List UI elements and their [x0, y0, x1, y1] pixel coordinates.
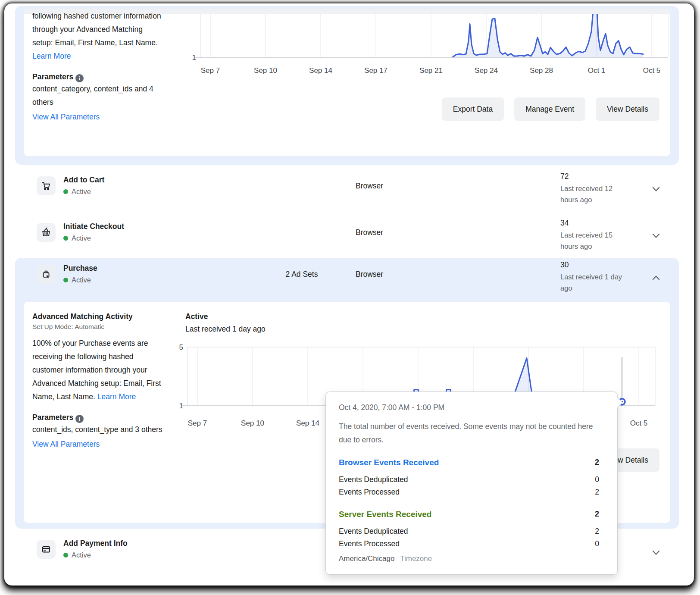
metric-value: 0 [595, 538, 599, 550]
connection-method: Browser [356, 228, 383, 237]
tooltip-row: Events Deduplicated 2 [339, 525, 599, 538]
advanced-matching-description: following hashed customer information th… [32, 12, 161, 47]
active-dot [63, 278, 68, 282]
event-name: Add to Cart [63, 175, 104, 185]
event-count: 30 [560, 260, 625, 270]
chevron-down-icon[interactable] [652, 187, 660, 192]
event-stats: 72 Last received 12 hours ago [560, 172, 625, 205]
event-stats: 34 Last received 15 hours ago [560, 219, 625, 252]
event-row-purchase[interactable]: Purchase Active 2 Ad Sets Browser 30 Las… [15, 259, 679, 298]
timezone-row: America/Chicago Timezone [339, 554, 432, 563]
server-events-received-value: 2 [595, 510, 599, 519]
active-dot [63, 553, 68, 557]
parameters-label: Parameters [32, 72, 73, 81]
svg-text:Sep 24: Sep 24 [475, 66, 498, 75]
event-row-add-to-cart[interactable]: Add to Cart Active Browser 72 Last recei… [15, 170, 679, 210]
advanced-matching-description: 100% of your Purchase events are receivi… [32, 339, 161, 401]
shopping-bag-icon [37, 265, 56, 284]
chart-header: Active Last received 1 day ago [185, 312, 266, 334]
view-details-button[interactable]: View Details [596, 97, 659, 121]
svg-text:Sep 21: Sep 21 [419, 66, 443, 75]
event-status: Active [63, 234, 91, 242]
svg-text:Oct 1: Oct 1 [588, 66, 606, 75]
metric-value: 2 [595, 525, 599, 538]
export-data-button[interactable]: Export Data [442, 97, 504, 121]
chart-status-sub: Last received 1 day ago [185, 325, 266, 334]
view-all-parameters-link[interactable]: View All Parameters [32, 440, 164, 449]
svg-text:Sep 17: Sep 17 [364, 66, 388, 75]
status-label: Active [72, 551, 91, 559]
tooltip-description: The total number of events received. Som… [339, 420, 593, 447]
last-received: Last received 1 day ago [560, 271, 625, 294]
cart-icon [37, 176, 56, 195]
svg-text:Sep 7: Sep 7 [188, 419, 207, 427]
browser-events-received-value: 2 [595, 458, 599, 467]
credit-card-icon [37, 540, 56, 559]
chevron-down-icon[interactable] [652, 550, 660, 555]
event-actions: Export Data Manage Event View Details [442, 97, 659, 121]
event-status: Active [63, 276, 91, 284]
manage-event-button[interactable]: Manage Event [514, 97, 585, 121]
parameters-label: Parameters [32, 413, 73, 422]
advanced-matching-activity-block: Advanced Matching Activity Set Up Mode: … [32, 312, 164, 449]
svg-text:1: 1 [192, 53, 196, 62]
svg-text:Sep 14: Sep 14 [309, 66, 332, 75]
svg-text:Sep 28: Sep 28 [530, 66, 553, 75]
tooltip-row: Events Deduplicated 0 [339, 473, 599, 486]
metric-value: 0 [595, 473, 599, 486]
browser-events-received-title: Browser Events Received [339, 458, 439, 467]
svg-text:5: 5 [179, 343, 183, 351]
timezone-label: Timezone [400, 554, 432, 563]
status-label: Active [72, 188, 91, 196]
last-received: Last received 12 hours ago [560, 183, 625, 205]
server-events-received-title: Server Events Received [339, 510, 431, 519]
event-status: Active [63, 551, 91, 559]
expanded-event-panel-top: following hashed customer information th… [15, 6, 679, 165]
connection-method: Browser [356, 182, 383, 191]
event-row-initiate-checkout[interactable]: Initiate Checkout Active Browser 34 Last… [15, 217, 679, 257]
parameters-value: content_category, content_ids and 4 othe… [32, 82, 164, 109]
learn-more-link[interactable]: Learn More [32, 52, 71, 60]
events-manager-window: following hashed customer information th… [4, 3, 694, 586]
event-name: Initiate Checkout [63, 222, 124, 231]
active-dot [63, 189, 68, 194]
metric-value: 2 [595, 486, 599, 498]
svg-text:Sep 14: Sep 14 [296, 419, 319, 427]
amm-title: Advanced Matching Activity [32, 312, 164, 321]
learn-more-link[interactable]: Learn More [97, 392, 136, 401]
events-line-chart-top: Sep 7Sep 10Sep 14Sep 17Sep 21Sep 24Sep 2… [183, 9, 670, 79]
metric-label: Events Deduplicated [339, 525, 408, 538]
chart-status-title: Active [185, 312, 266, 321]
setup-mode: Set Up Mode: Automatic [32, 323, 164, 331]
advanced-matching-text-top: following hashed customer information th… [32, 9, 164, 122]
event-name: Add Payment Info [63, 539, 128, 548]
info-icon[interactable]: i [75, 74, 84, 82]
tooltip-row: Events Processed 0 [339, 538, 599, 550]
metric-label: Events Processed [339, 486, 400, 498]
event-status: Active [63, 188, 91, 196]
event-detail-card-top: following hashed customer information th… [24, 9, 670, 156]
svg-text:Oct 5: Oct 5 [630, 419, 648, 427]
svg-text:Sep 10: Sep 10 [254, 66, 277, 75]
parameters-value: content_ids, content_type and 3 others [32, 423, 164, 436]
chevron-up-icon[interactable] [652, 275, 660, 280]
svg-text:Sep 10: Sep 10 [241, 419, 264, 427]
svg-text:1: 1 [179, 402, 183, 410]
metric-label: Events Deduplicated [339, 473, 408, 486]
chart-hover-tooltip: Oct 4, 2020, 7:00 AM - 1:00 PM The total… [325, 391, 618, 575]
basket-icon [37, 223, 56, 242]
tooltip-row: Events Processed 2 [339, 486, 599, 498]
status-label: Active [72, 276, 91, 284]
active-dot [63, 236, 68, 241]
event-count: 34 [560, 219, 625, 228]
event-stats: 30 Last received 1 day ago [560, 260, 625, 294]
last-received: Last received 15 hours ago [560, 229, 625, 252]
info-icon[interactable]: i [75, 415, 84, 423]
tooltip-date-range: Oct 4, 2020, 7:00 AM - 1:00 PM [339, 403, 599, 412]
svg-text:Sep 7: Sep 7 [201, 66, 220, 75]
timezone-value: America/Chicago [339, 554, 394, 563]
view-all-parameters-link[interactable]: View All Parameters [32, 113, 164, 122]
event-count: 72 [560, 172, 625, 182]
chevron-down-icon[interactable] [652, 233, 660, 238]
ad-sets-count: 2 Ad Sets [269, 270, 334, 279]
